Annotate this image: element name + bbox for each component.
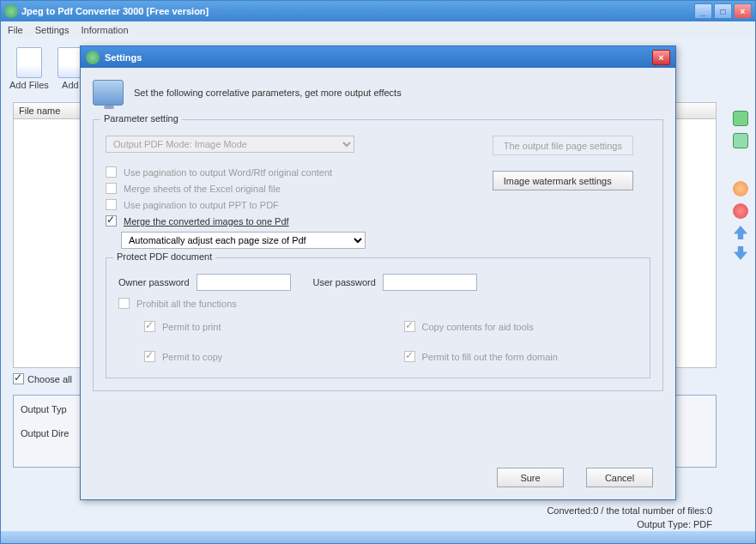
cancel-button[interactable]: Cancel (586, 468, 653, 487)
move-up-icon[interactable] (734, 226, 747, 239)
menu-settings[interactable]: Settings (35, 25, 70, 35)
merge-excel-checkbox (106, 183, 117, 194)
watermark-button[interactable]: Image watermark settings (493, 171, 633, 190)
app-icon (4, 4, 18, 18)
permit-print-checkbox (144, 321, 155, 332)
user-password-label: User password (313, 277, 376, 287)
delete-icon[interactable] (733, 203, 748, 219)
pagination-word-checkbox (106, 166, 117, 178)
menubar: File Settings Information (1, 21, 755, 39)
settings-title: Settings (105, 52, 142, 63)
settings-titlebar[interactable]: Settings × (81, 46, 675, 68)
main-window: Jpeg to Pdf Converter 3000 [Free version… (0, 0, 756, 544)
minimize-button[interactable]: _ (694, 3, 712, 19)
permit-copy-checkbox (144, 351, 155, 362)
owner-password-input[interactable] (197, 274, 291, 291)
protect-fieldset: Protect PDF document Owner password User… (106, 257, 650, 378)
permit-copytools-checkbox (404, 321, 415, 332)
permit-form-checkbox (404, 351, 415, 362)
maximize-button[interactable]: □ (714, 3, 732, 19)
pagination-ppt-label: Use pagination to output PPT to PDF (124, 200, 279, 210)
owner-password-label: Owner password (118, 277, 190, 287)
add-folder-label: Add (62, 80, 79, 90)
output-type-text: Output Type: PDF (547, 519, 712, 529)
pagination-word-label: Use pagination to output Word/Rtf origin… (124, 167, 332, 178)
window-frame-bottom (1, 531, 755, 543)
settings-footer: Sure Cancel (497, 468, 653, 487)
prohibit-checkbox (118, 298, 130, 309)
pagination-ppt-checkbox (106, 199, 117, 210)
merge-excel-label: Merge sheets of the Excel original file (124, 184, 281, 194)
permit-copytools-label: Copy contents for aid tools (422, 322, 534, 332)
main-titlebar: Jpeg to Pdf Converter 3000 [Free version… (1, 1, 755, 21)
permit-form-label: Permit to fill out the form domain (422, 352, 558, 362)
prohibit-label: Prohibit all the functions (136, 299, 237, 309)
sure-button[interactable]: Sure (497, 468, 564, 487)
status-text: Converted:0 / the total number of files:… (547, 505, 712, 516)
choose-all-checkbox[interactable] (13, 373, 24, 384)
move-down-icon[interactable] (734, 246, 747, 260)
document-icon (16, 47, 42, 78)
remove-icon[interactable] (733, 181, 748, 196)
permit-copy-label: Permit to copy (162, 352, 222, 362)
monitor-icon (93, 80, 124, 106)
add-files-label: Add Files (9, 80, 49, 90)
grid-header-filename: File name (19, 106, 60, 116)
right-sidebar (733, 111, 748, 260)
settings-intro: Set the following correlative parameters… (81, 68, 675, 114)
permit-print-label: Permit to print (162, 322, 221, 332)
page-settings-button: The output file page settings (493, 136, 633, 155)
add-icon[interactable] (733, 111, 748, 126)
pdf-mode-select: Output PDF Mode: Image Mode (106, 136, 354, 153)
settings-close-button[interactable]: × (652, 50, 670, 65)
merge-images-checkbox[interactable] (106, 215, 117, 227)
settings-icon (86, 51, 100, 64)
parameter-legend: Parameter setting (100, 113, 182, 124)
menu-information[interactable]: Information (81, 25, 128, 35)
user-password-input[interactable] (383, 274, 477, 291)
merge-images-label: Merge the converted images to one Pdf (124, 216, 289, 227)
protect-legend: Protect PDF document (113, 251, 215, 262)
menu-file[interactable]: File (8, 25, 23, 35)
close-button[interactable]: × (734, 3, 752, 19)
add-files-button[interactable]: Add Files (9, 47, 49, 90)
statusbar: Converted:0 / the total number of files:… (547, 505, 712, 529)
main-title: Jpeg to Pdf Converter 3000 [Free version… (21, 6, 209, 16)
add-folder-icon[interactable] (733, 133, 748, 148)
page-size-select[interactable]: Automatically adjust each page size of P… (121, 232, 366, 249)
parameter-fieldset: Parameter setting Output PDF Mode: Image… (93, 119, 663, 391)
settings-dialog: Settings × Set the following correlative… (80, 45, 676, 500)
settings-intro-text: Set the following correlative parameters… (134, 88, 402, 98)
choose-all-label: Choose all (27, 374, 72, 384)
